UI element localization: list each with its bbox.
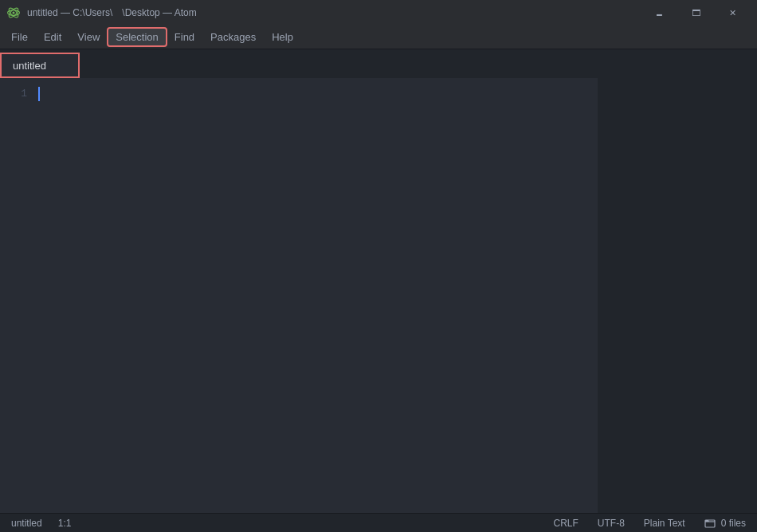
line-numbers: 1: [0, 78, 35, 513]
status-encoding[interactable]: UTF-8: [594, 516, 628, 530]
status-left: untitled 1:1: [8, 516, 74, 530]
status-grammar[interactable]: Plain Text: [641, 516, 688, 530]
title-bar: untitled — C:\Users\ \Desktop — Atom 🗕 🗖…: [0, 0, 757, 25]
vertical-scrollbar[interactable]: [586, 78, 598, 513]
tab-bar: untitled: [0, 49, 598, 78]
text-cursor: [38, 87, 40, 101]
status-files[interactable]: 0 files: [701, 516, 749, 530]
editor-area: untitled 1: [0, 49, 598, 513]
main-area: untitled 1: [0, 49, 757, 513]
status-cursor-position[interactable]: 1:1: [55, 516, 75, 530]
status-bar: untitled 1:1 CRLF UTF-8 Plain Text 0 fil…: [0, 513, 757, 532]
window-controls: 🗕 🗖 ✕: [641, 0, 751, 25]
minimize-button[interactable]: 🗕: [641, 0, 677, 25]
files-count-label: 0 files: [721, 518, 746, 529]
atom-logo-icon: [6, 6, 21, 20]
status-line-ending[interactable]: CRLF: [550, 516, 581, 530]
menu-bar: File Edit View Selection Find Packages H…: [0, 25, 757, 49]
status-filename[interactable]: untitled: [8, 516, 45, 530]
editor-panel[interactable]: 1: [0, 78, 598, 513]
menu-view[interactable]: View: [69, 28, 108, 46]
code-area[interactable]: [35, 78, 586, 513]
folder-icon: [704, 518, 716, 529]
status-right: CRLF UTF-8 Plain Text 0 files: [550, 516, 749, 530]
menu-help[interactable]: Help: [264, 28, 301, 46]
maximize-button[interactable]: 🗖: [677, 0, 714, 25]
menu-selection[interactable]: Selection: [108, 28, 166, 46]
menu-packages[interactable]: Packages: [202, 28, 264, 46]
close-button[interactable]: ✕: [714, 0, 751, 25]
tab-label: untitled: [13, 60, 46, 72]
tab-untitled[interactable]: untitled: [0, 53, 80, 78]
window-title: untitled — C:\Users\ \Desktop — Atom: [27, 6, 197, 20]
menu-find[interactable]: Find: [167, 28, 202, 46]
menu-edit[interactable]: Edit: [36, 28, 69, 46]
svg-point-3: [13, 12, 15, 14]
right-panel: [598, 49, 757, 513]
line-number-1: 1: [0, 86, 27, 103]
menu-file[interactable]: File: [3, 28, 36, 46]
title-bar-left: untitled — C:\Users\ \Desktop — Atom: [6, 6, 197, 20]
